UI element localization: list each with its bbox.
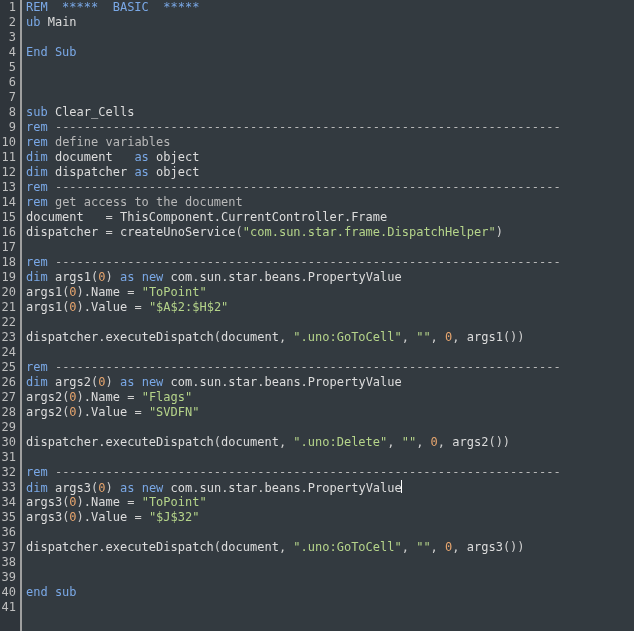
code-line[interactable]: args3(0).Name = "ToPoint" [26,495,634,510]
token-id: args3 [26,495,62,509]
code-line[interactable]: args2(0).Value = "SVDFN" [26,405,634,420]
code-line[interactable]: REM ***** BASIC ***** [26,0,634,15]
token-str: "Flags" [142,390,193,404]
token-punc: , [279,540,293,554]
code-line[interactable]: sub Clear_Cells [26,105,634,120]
code-line[interactable]: dim dispatcher as object [26,165,634,180]
token-dash: ----------------------------------------… [48,360,561,374]
token-id: Main [40,15,76,29]
token-punc: ( [236,225,243,239]
code-line[interactable] [26,315,634,330]
token-kw: as [134,165,148,179]
code-line[interactable] [26,450,634,465]
code-area[interactable]: REM ***** BASIC *****ub Main End Sub sub… [22,0,634,631]
code-line[interactable]: args2(0).Name = "Flags" [26,390,634,405]
code-line[interactable] [26,345,634,360]
code-line[interactable] [26,555,634,570]
code-line[interactable]: rem define variables [26,135,634,150]
token-kw: rem [26,360,48,374]
code-line[interactable]: rem ------------------------------------… [26,465,634,480]
code-line[interactable]: args1(0).Name = "ToPoint" [26,285,634,300]
token-id [134,495,141,509]
code-line[interactable]: rem ------------------------------------… [26,180,634,195]
token-punc: = [134,300,141,314]
token-id: com.sun.star.beans.PropertyValue [163,481,401,495]
code-line[interactable]: rem get access to the document [26,195,634,210]
token-kw: as [134,150,148,164]
code-editor[interactable]: 1234567891011121314151617181920212223242… [0,0,634,631]
token-id: document [26,210,105,224]
code-line[interactable]: dispatcher.executeDispatch(document, ".u… [26,540,634,555]
line-number: 30 [0,435,16,450]
token-id: args2 [26,390,62,404]
code-line[interactable] [26,525,634,540]
line-number: 29 [0,420,16,435]
token-id: args3 [26,510,62,524]
code-line[interactable]: dim document as object [26,150,634,165]
token-id: object [149,165,200,179]
token-id: .Value [84,405,135,419]
token-id: ThisComponent.CurrentController.Frame [113,210,388,224]
token-punc: ) [106,375,113,389]
code-line[interactable] [26,60,634,75]
code-line[interactable]: args1(0).Value = "$A$2:$H$2" [26,300,634,315]
token-str: "ToPoint" [142,495,207,509]
line-number: 25 [0,360,16,375]
token-punc: ) [77,510,84,524]
token-kw: rem [26,180,48,194]
token-id: com.sun.star.beans.PropertyValue [163,270,401,284]
token-com: get access to the document [48,195,243,209]
token-kw: rem [26,120,48,134]
code-line[interactable] [26,600,634,615]
token-id: dispatcher.executeDispatch [26,330,214,344]
token-punc: ( [214,540,221,554]
token-id: args1 [467,330,503,344]
line-number: 11 [0,150,16,165]
token-kw: dim [26,150,48,164]
code-line[interactable]: args3(0).Value = "$J$32" [26,510,634,525]
token-punc: ) [77,300,84,314]
token-num: 0 [98,375,105,389]
token-id: args2 [48,375,91,389]
line-number: 7 [0,90,16,105]
line-number: 14 [0,195,16,210]
token-id: dispatcher [48,165,135,179]
token-punc: ) [77,405,84,419]
token-id: .Name [84,390,127,404]
token-kw: ub [26,15,40,29]
token-kw: End Sub [26,45,77,59]
code-line[interactable]: End Sub [26,45,634,60]
code-line[interactable]: dispatcher = createUnoService("com.sun.s… [26,225,634,240]
code-line[interactable] [26,240,634,255]
token-kw: rem [26,135,48,149]
code-line[interactable]: dim args1(0) as new com.sun.star.beans.P… [26,270,634,285]
code-line[interactable]: rem ------------------------------------… [26,255,634,270]
token-kw: as new [120,481,163,495]
token-id: args3 [48,481,91,495]
token-punc: , [387,435,401,449]
code-line[interactable]: rem ------------------------------------… [26,360,634,375]
code-line[interactable]: document = ThisComponent.CurrentControll… [26,210,634,225]
code-line[interactable]: dispatcher.executeDispatch(document, ".u… [26,330,634,345]
line-number: 12 [0,165,16,180]
code-line[interactable]: ub Main [26,15,634,30]
code-line[interactable] [26,420,634,435]
code-line[interactable] [26,75,634,90]
token-punc: ()) [488,435,510,449]
token-id: .Value [84,300,135,314]
code-line[interactable]: rem ------------------------------------… [26,120,634,135]
code-line[interactable] [26,90,634,105]
token-str: "$A$2:$H$2" [149,300,228,314]
code-line[interactable]: dim args3(0) as new com.sun.star.beans.P… [26,480,634,495]
token-id: Clear_Cells [48,105,135,119]
token-punc: , [431,330,445,344]
code-line[interactable]: dim args2(0) as new com.sun.star.beans.P… [26,375,634,390]
code-line[interactable] [26,570,634,585]
token-num: 0 [69,285,76,299]
token-kw: as new [120,270,163,284]
code-line[interactable]: dispatcher.executeDispatch(document, ".u… [26,435,634,450]
line-number: 33 [0,480,16,495]
token-kw: dim [26,481,48,495]
code-line[interactable]: end sub [26,585,634,600]
code-line[interactable] [26,30,634,45]
